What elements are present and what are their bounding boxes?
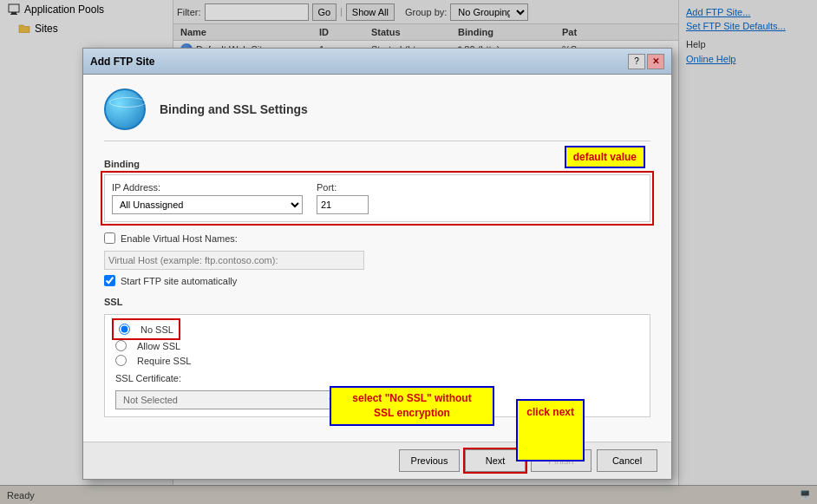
- virtual-host-input[interactable]: [104, 251, 364, 270]
- allow-ssl-radio[interactable]: [115, 340, 127, 351]
- ssl-cert-controls: Not Selected View...: [115, 390, 639, 409]
- auto-start-checkbox[interactable]: [104, 275, 115, 286]
- auto-start-row: Start FTP site automatically: [104, 275, 650, 286]
- dialog-controls: ? ✕: [628, 54, 664, 69]
- virtual-host-row: Enable Virtual Host Names:: [104, 232, 650, 244]
- ssl-wrapper: SSL No SSL Allow SSL Require SSL SS: [104, 297, 650, 417]
- view-button[interactable]: View...: [348, 390, 398, 409]
- section-title: Binding and SSL Settings: [160, 102, 308, 116]
- help-button[interactable]: ?: [628, 54, 645, 69]
- question-icon: ?: [634, 56, 639, 66]
- ip-form-group: IP Address: All Unassigned: [112, 182, 303, 214]
- ssl-cert-row: SSL Certificate:: [115, 373, 639, 383]
- no-ssl-row: No SSL: [115, 322, 177, 337]
- auto-start-label: Start FTP site automatically: [121, 276, 237, 286]
- ssl-cert-label: SSL Certificate:: [115, 373, 181, 383]
- ssl-label: SSL: [104, 297, 650, 307]
- close-icon: ✕: [652, 56, 659, 66]
- dialog-footer: click next Previous Next Finish Cancel: [83, 442, 671, 479]
- allow-ssl-label: Allow SSL: [137, 341, 180, 351]
- binding-box: IP Address: All Unassigned Port:: [104, 174, 650, 222]
- virtual-host-section: Enable Virtual Host Names:: [104, 232, 650, 270]
- dialog-body: Binding and SSL Settings Binding IP Addr…: [83, 75, 671, 442]
- port-label: Port:: [317, 182, 369, 193]
- dialog-header-row: Binding and SSL Settings: [104, 88, 650, 141]
- next-button[interactable]: Next: [465, 449, 526, 472]
- port-form-group: Port:: [317, 182, 369, 214]
- cancel-button[interactable]: Cancel: [597, 449, 657, 472]
- binding-row: IP Address: All Unassigned Port:: [112, 182, 643, 214]
- require-ssl-radio[interactable]: [115, 355, 127, 366]
- previous-button[interactable]: Previous: [399, 449, 460, 472]
- require-ssl-label: Require SSL: [137, 356, 191, 366]
- globe-icon: [104, 88, 146, 130]
- no-ssl-label: No SSL: [141, 324, 173, 335]
- ip-label: IP Address:: [112, 182, 303, 193]
- close-button[interactable]: ✕: [647, 54, 664, 69]
- virtual-host-checkbox[interactable]: [104, 232, 115, 244]
- port-input[interactable]: [317, 195, 369, 214]
- binding-label: Binding: [104, 159, 650, 169]
- add-ftp-dialog: Add FTP Site ? ✕ Binding and SSL Setting…: [82, 48, 672, 480]
- dialog-title: Add FTP Site: [90, 56, 154, 68]
- ssl-section: No SSL Allow SSL Require SSL SSL Certifi…: [104, 314, 650, 417]
- ssl-cert-select[interactable]: Not Selected: [115, 390, 341, 409]
- finish-button[interactable]: Finish: [531, 449, 592, 472]
- dialog-titlebar: Add FTP Site ? ✕: [83, 49, 671, 75]
- allow-ssl-row: Allow SSL: [115, 340, 639, 351]
- no-ssl-radio[interactable]: [119, 324, 130, 335]
- ip-select[interactable]: All Unassigned: [112, 195, 303, 214]
- require-ssl-row: Require SSL: [115, 355, 639, 366]
- virtual-host-label: Enable Virtual Host Names:: [121, 233, 238, 244]
